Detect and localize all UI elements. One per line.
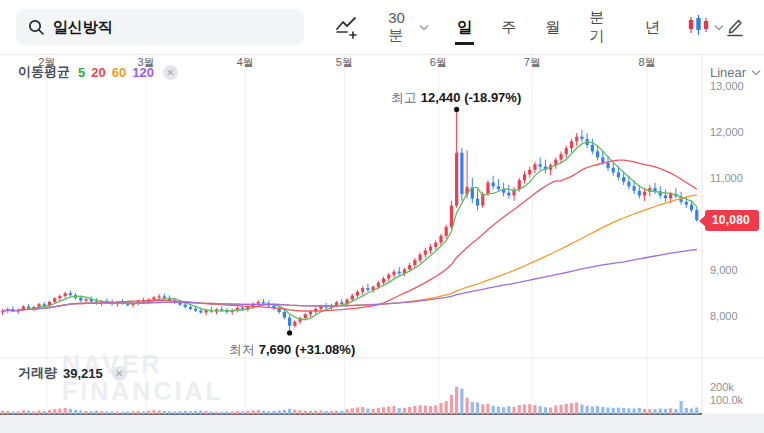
month-tick-label: 6월 — [430, 55, 447, 70]
search-icon — [28, 19, 45, 36]
scale-selector-dropdown[interactable]: Linear — [710, 65, 761, 80]
tab-yearly[interactable]: 년 — [644, 14, 661, 41]
chevron-down-icon — [751, 69, 761, 76]
ma-legend-label: 이동평균 — [18, 63, 70, 81]
ma5-period-label: 5 — [78, 65, 85, 80]
price-tick-label: 8,000 — [710, 310, 738, 322]
search-value: 일신방직 — [53, 18, 112, 37]
price-tick-label: 12,000 — [710, 126, 744, 138]
tab-weekly[interactable]: 주 — [500, 14, 517, 41]
chart-region[interactable]: NAVER FINANCIAL 이동평균 5 20 60 120 ✕ Linea… — [0, 55, 764, 433]
scale-label: Linear — [710, 65, 746, 80]
low-price-annotation: 최저7,690 (+31.08%) — [229, 341, 355, 359]
candlestick-icon — [687, 14, 710, 40]
month-tick-label: 4월 — [237, 55, 254, 70]
trendline-add-icon[interactable] — [334, 15, 360, 39]
ma-line-5 — [3, 142, 697, 320]
tab-quarterly[interactable]: 분기 — [588, 4, 617, 50]
month-gridlines — [47, 55, 647, 414]
volume-legend-close-icon[interactable]: ✕ — [112, 366, 127, 381]
ma60-period-label: 60 — [112, 65, 126, 80]
panel-borders — [0, 55, 764, 414]
volume-label: 거래량 — [18, 364, 57, 382]
high-price-annotation: 최고12,440 (-18.97%) — [391, 89, 521, 107]
volume-tick-label: 100.0k — [710, 394, 743, 406]
stock-chart-app: 일신방직 30분 일 주 월 분기 년 — [0, 0, 764, 433]
interval-tabs: 30분 일 주 월 분기 년 — [388, 4, 661, 50]
current-price-badge: 10,080 — [705, 210, 759, 231]
ma-line-20 — [3, 160, 697, 311]
volume-value: 39,215 — [63, 366, 103, 381]
price-tick-label: 13,000 — [710, 80, 744, 92]
high-marker-dot — [454, 107, 459, 112]
volume-tick-label: 200k — [710, 381, 734, 393]
interval-dropdown-30min[interactable]: 30분 — [388, 9, 429, 45]
tab-daily[interactable]: 일 — [456, 14, 473, 41]
header-toolbar: 일신방직 30분 일 주 월 분기 년 — [0, 0, 764, 55]
low-marker-dot — [287, 330, 292, 335]
chevron-down-icon — [714, 24, 724, 31]
ma20-period-label: 20 — [91, 65, 105, 80]
ma120-period-label: 120 — [132, 65, 154, 80]
month-tick-label: 7월 — [524, 55, 541, 70]
chevron-down-icon — [419, 24, 429, 31]
chart-type-dropdown[interactable] — [687, 14, 724, 40]
price-tick-label: 9,000 — [710, 264, 738, 276]
tab-monthly[interactable]: 월 — [544, 14, 561, 41]
volume-legend: 거래량 39,215 ✕ — [18, 364, 127, 382]
candlesticks — [1, 112, 698, 330]
volume-bars — [1, 387, 698, 414]
ma-line-60 — [3, 195, 697, 311]
month-tick-label: 8월 — [639, 55, 656, 70]
month-tick-label: 5월 — [336, 55, 353, 70]
moving-average-legend: 이동평균 5 20 60 120 ✕ — [18, 63, 178, 81]
draw-pencil-icon[interactable] — [724, 16, 746, 38]
price-tick-label: 11,000 — [710, 172, 743, 184]
ma-legend-close-icon[interactable]: ✕ — [163, 65, 178, 80]
stock-search-input[interactable]: 일신방직 — [16, 9, 304, 45]
